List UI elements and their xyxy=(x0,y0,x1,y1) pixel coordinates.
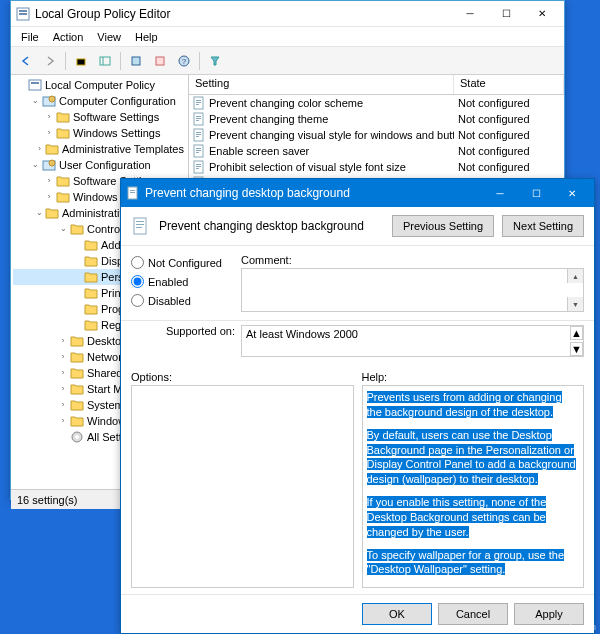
help-button[interactable]: ? xyxy=(173,50,195,72)
tree-item[interactable]: ›Administrative Templates xyxy=(13,141,186,157)
svg-rect-29 xyxy=(196,136,199,137)
filter-button[interactable] xyxy=(204,50,226,72)
expand-icon[interactable]: › xyxy=(43,111,55,123)
help-paragraph: Prevents users from adding or changing t… xyxy=(367,391,562,418)
radio-enabled[interactable]: Enabled xyxy=(131,275,231,288)
forward-button[interactable] xyxy=(39,50,61,72)
tree-icon xyxy=(56,190,70,204)
svg-rect-1 xyxy=(19,10,27,12)
tree-item[interactable]: ›Software Settings xyxy=(13,109,186,125)
dialog-close-button[interactable]: ✕ xyxy=(554,179,590,207)
cancel-button[interactable]: Cancel xyxy=(438,603,508,625)
setting-icon xyxy=(191,160,207,174)
toolbar-separator xyxy=(65,52,66,70)
svg-rect-25 xyxy=(196,120,199,121)
expand-icon[interactable] xyxy=(71,319,83,331)
refresh-button[interactable] xyxy=(125,50,147,72)
column-setting[interactable]: Setting xyxy=(189,75,454,94)
svg-rect-35 xyxy=(196,164,201,165)
expand-icon[interactable] xyxy=(71,303,83,315)
expand-icon[interactable]: › xyxy=(35,143,44,155)
dialog-minimize-button[interactable]: ─ xyxy=(482,179,518,207)
comment-textarea[interactable]: ▲ ▼ xyxy=(241,268,584,312)
setting-state: Not configured xyxy=(454,97,564,109)
expand-icon[interactable]: › xyxy=(57,399,69,411)
expand-icon[interactable] xyxy=(71,255,83,267)
next-setting-button[interactable]: Next Setting xyxy=(502,215,584,237)
radio-disabled[interactable]: Disabled xyxy=(131,294,231,307)
column-state[interactable]: State xyxy=(454,75,564,94)
svg-rect-53 xyxy=(134,218,146,234)
expand-icon[interactable]: ⌄ xyxy=(35,207,44,219)
menubar: File Action View Help xyxy=(11,27,564,47)
up-button[interactable] xyxy=(70,50,92,72)
window-title: Local Group Policy Editor xyxy=(35,7,452,21)
expand-icon[interactable]: › xyxy=(57,335,69,347)
options-box[interactable] xyxy=(131,385,354,588)
expand-icon[interactable] xyxy=(71,287,83,299)
minimize-button[interactable]: ─ xyxy=(452,1,488,27)
expand-icon[interactable]: › xyxy=(43,127,55,139)
maximize-button[interactable]: ☐ xyxy=(488,1,524,27)
svg-rect-28 xyxy=(196,134,201,135)
expand-icon[interactable]: › xyxy=(43,175,55,187)
ok-button[interactable]: OK xyxy=(362,603,432,625)
svg-text:?: ? xyxy=(182,57,187,66)
tree-root[interactable]: Local Computer Policy xyxy=(13,77,186,93)
toolbar: ? xyxy=(11,47,564,75)
menu-view[interactable]: View xyxy=(91,29,127,45)
expand-icon[interactable] xyxy=(71,271,83,283)
tree-item[interactable]: ›Windows Settings xyxy=(13,125,186,141)
scroll-down-icon[interactable]: ▼ xyxy=(567,297,583,311)
scroll-down-icon[interactable]: ▼ xyxy=(570,342,583,356)
menu-action[interactable]: Action xyxy=(47,29,90,45)
policy-dialog: Prevent changing desktop background ─ ☐ … xyxy=(120,178,595,634)
list-row[interactable]: Prohibit selection of visual style font … xyxy=(189,159,564,175)
menu-file[interactable]: File xyxy=(15,29,45,45)
menu-help[interactable]: Help xyxy=(129,29,164,45)
list-row[interactable]: Enable screen saverNot configured xyxy=(189,143,564,159)
expand-icon[interactable]: › xyxy=(57,367,69,379)
back-button[interactable] xyxy=(15,50,37,72)
expand-icon[interactable]: ⌄ xyxy=(29,159,41,171)
expand-icon[interactable]: › xyxy=(43,191,55,203)
expand-icon[interactable] xyxy=(57,431,69,443)
expand-icon[interactable]: › xyxy=(57,351,69,363)
svg-rect-36 xyxy=(196,166,201,167)
expand-icon[interactable]: ⌄ xyxy=(29,95,41,107)
previous-setting-button[interactable]: Previous Setting xyxy=(392,215,494,237)
expand-icon[interactable] xyxy=(15,79,27,91)
expand-icon[interactable]: › xyxy=(57,415,69,427)
close-button[interactable]: ✕ xyxy=(524,1,560,27)
help-box[interactable]: Prevents users from adding or changing t… xyxy=(362,385,585,588)
tree-label: Local Computer Policy xyxy=(45,77,155,93)
expand-icon[interactable] xyxy=(71,239,83,251)
tree-user-config[interactable]: ⌄User Configuration xyxy=(13,157,186,173)
svg-rect-4 xyxy=(100,57,110,65)
dialog-titlebar[interactable]: Prevent changing desktop background ─ ☐ … xyxy=(121,179,594,207)
list-row[interactable]: Prevent changing color schemeNot configu… xyxy=(189,95,564,111)
expand-icon[interactable]: ⌄ xyxy=(57,223,69,235)
list-row[interactable]: Prevent changing themeNot configured xyxy=(189,111,564,127)
svg-rect-21 xyxy=(196,104,199,105)
dialog-title: Prevent changing desktop background xyxy=(145,186,482,200)
supported-box: At least Windows 2000 ▲ ▼ xyxy=(241,325,584,357)
show-hide-button[interactable] xyxy=(94,50,116,72)
svg-rect-33 xyxy=(196,152,199,153)
setting-name: Prevent changing visual style for window… xyxy=(209,129,454,141)
dialog-maximize-button[interactable]: ☐ xyxy=(518,179,554,207)
tree-computer-config[interactable]: ⌄Computer Configuration xyxy=(13,93,186,109)
export-button[interactable] xyxy=(149,50,171,72)
svg-rect-51 xyxy=(130,190,135,191)
svg-rect-7 xyxy=(156,57,164,65)
radio-not-configured[interactable]: Not Configured xyxy=(131,256,231,269)
tree-icon xyxy=(84,270,98,284)
policy-item-icon xyxy=(131,216,151,236)
svg-rect-37 xyxy=(196,168,199,169)
list-row[interactable]: Prevent changing visual style for window… xyxy=(189,127,564,143)
tree-icon xyxy=(70,414,84,428)
scroll-up-icon[interactable]: ▲ xyxy=(570,326,583,340)
expand-icon[interactable]: › xyxy=(57,383,69,395)
titlebar[interactable]: Local Group Policy Editor ─ ☐ ✕ xyxy=(11,1,564,27)
scroll-up-icon[interactable]: ▲ xyxy=(567,269,583,283)
